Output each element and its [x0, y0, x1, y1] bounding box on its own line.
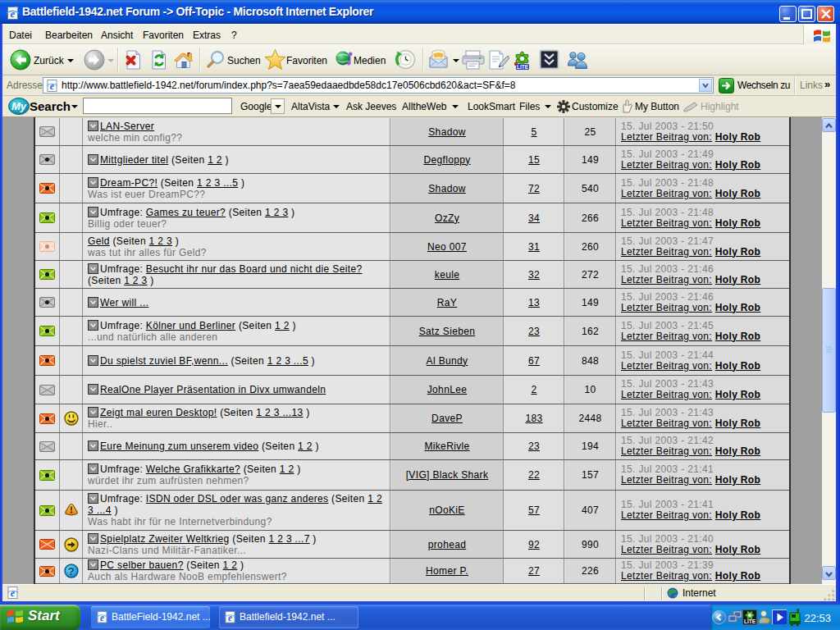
svg-text:e: e — [11, 7, 16, 20]
svg-text:?: ? — [68, 565, 75, 578]
svg-text:My: My — [11, 100, 27, 112]
svg-text:e: e — [50, 80, 55, 92]
svg-text:e: e — [228, 613, 232, 623]
svg-text:LITE: LITE — [744, 619, 756, 624]
svg-text:e: e — [100, 613, 104, 623]
svg-text:e: e — [11, 587, 16, 599]
svg-text:LITE: LITE — [517, 64, 529, 70]
